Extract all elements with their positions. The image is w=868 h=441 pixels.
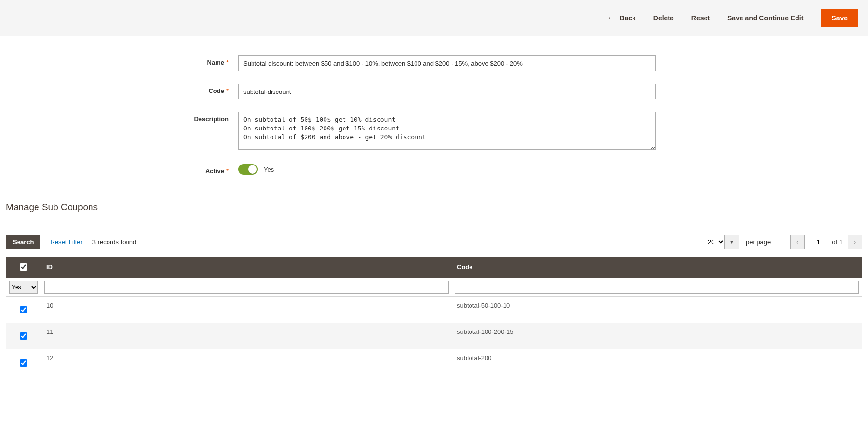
required-icon: * — [226, 59, 229, 66]
filter-code-input[interactable] — [455, 281, 859, 294]
table-row[interactable]: 11 subtotal-100-200-15 — [6, 323, 862, 349]
row-checkbox[interactable] — [20, 306, 27, 313]
form-area: Name* Code* Description Active* — [97, 36, 681, 202]
prev-page-button[interactable]: ‹ — [790, 235, 805, 249]
page-actions-bar: ← Back Delete Reset Save and Continue Ed… — [0, 0, 868, 36]
grid-toolbar: Search Reset Filter 3 records found 20 ▼… — [0, 235, 868, 257]
code-row: Code* — [97, 84, 681, 99]
grid-header: ID Code — [6, 257, 862, 278]
row-id: 12 — [41, 349, 452, 376]
delete-button[interactable]: Delete — [653, 14, 674, 22]
code-label: Code* — [97, 84, 238, 94]
row-code: subtotal-50-100-10 — [452, 297, 862, 323]
per-page-label: per page — [746, 239, 771, 246]
select-all-checkbox[interactable] — [20, 263, 27, 271]
grid-body: 10 subtotal-50-100-10 11 subtotal-100-20… — [6, 297, 862, 376]
arrow-left-icon: ← — [607, 14, 615, 22]
row-code: subtotal-100-200-15 — [452, 323, 862, 349]
save-button[interactable]: Save — [821, 9, 858, 27]
header-checkbox-cell — [6, 257, 41, 278]
description-textarea[interactable] — [238, 112, 656, 150]
required-icon: * — [226, 87, 229, 94]
pager: 20 ▼ per page ‹ of 1 › — [703, 235, 862, 249]
filter-checkbox-select[interactable]: Yes — [9, 281, 38, 294]
row-id: 10 — [41, 297, 452, 323]
row-id: 11 — [41, 323, 452, 349]
chevron-left-icon: ‹ — [796, 238, 799, 246]
next-page-button[interactable]: › — [848, 235, 862, 249]
filter-id-input[interactable] — [44, 281, 449, 294]
table-row[interactable]: 12 subtotal-200 — [6, 349, 862, 376]
back-button[interactable]: ← Back — [607, 14, 635, 22]
name-label: Name* — [97, 55, 238, 66]
per-page-dropdown-button[interactable]: ▼ — [724, 235, 739, 249]
sub-coupons-grid: ID Code Yes 10 subtotal-50-100-10 11 sub… — [6, 257, 862, 376]
grid-search-button[interactable]: Search — [6, 235, 40, 249]
row-code: subtotal-200 — [452, 349, 862, 376]
active-toggle[interactable] — [238, 164, 258, 175]
chevron-right-icon: › — [854, 238, 856, 246]
active-label: Active* — [97, 164, 238, 175]
code-input[interactable] — [238, 84, 656, 99]
section-title: Manage Sub Coupons — [0, 202, 868, 220]
name-input[interactable] — [238, 55, 656, 71]
header-code[interactable]: Code — [452, 257, 862, 278]
description-label: Description — [97, 112, 238, 123]
row-checkbox[interactable] — [20, 359, 27, 367]
grid-filter-row: Yes — [6, 278, 862, 297]
records-found-label: 3 records found — [92, 239, 136, 246]
active-row: Active* Yes — [97, 164, 681, 175]
name-row: Name* — [97, 55, 681, 71]
save-continue-button[interactable]: Save and Continue Edit — [727, 14, 803, 22]
of-label: of 1 — [832, 239, 843, 246]
page-input[interactable] — [810, 235, 827, 249]
per-page-select[interactable]: 20 — [703, 235, 725, 249]
required-icon: * — [226, 167, 229, 175]
description-row: Description — [97, 112, 681, 151]
row-checkbox[interactable] — [20, 332, 27, 340]
toggle-knob-icon — [248, 165, 257, 174]
caret-down-icon: ▼ — [729, 239, 734, 245]
reset-filter-link[interactable]: Reset Filter — [50, 239, 82, 246]
reset-button[interactable]: Reset — [691, 14, 710, 22]
active-value: Yes — [264, 166, 274, 173]
table-row[interactable]: 10 subtotal-50-100-10 — [6, 297, 862, 323]
back-label: Back — [619, 14, 635, 22]
header-id[interactable]: ID — [41, 257, 452, 278]
